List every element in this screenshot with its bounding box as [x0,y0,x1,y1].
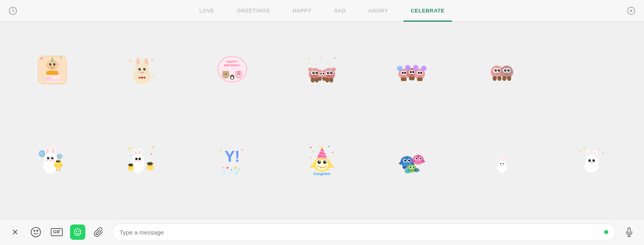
svg-text:✦: ✦ [602,152,604,154]
svg-point-257 [408,160,410,162]
sticker-congrats-shark[interactable]: Congrats! [278,115,366,204]
svg-text:★: ★ [150,152,153,155]
sticker-bunny-sparkle[interactable]: ✦ ✦ ✦ ✦ [548,115,636,204]
svg-point-39 [141,76,143,78]
svg-point-10 [49,63,51,66]
sticker-monsters-pompom[interactable] [368,26,456,114]
svg-point-218 [226,167,228,169]
svg-point-89 [325,78,329,82]
svg-point-174 [59,161,60,162]
message-input[interactable] [120,229,604,236]
svg-point-18 [52,57,53,59]
sticker-bunny-alone[interactable] [98,206,186,219]
svg-point-105 [404,72,406,74]
tab-sad[interactable]: SAD [323,0,357,22]
svg-point-236 [318,161,321,164]
svg-point-27 [135,63,149,77]
svg-point-104 [402,72,404,74]
sticker-pink-monsters-celebrate[interactable]: ✦ ★ ✦ [278,26,366,114]
emoji-button[interactable] [28,224,43,240]
svg-point-15 [57,64,59,67]
svg-point-51 [226,74,227,74]
tab-love[interactable]: LOVE [188,0,225,22]
message-input-container [112,223,616,241]
tab-happy[interactable]: HAPPY [281,0,323,22]
mic-button[interactable] [621,224,637,240]
clock-tab-button[interactable] [4,2,22,20]
svg-point-29 [143,68,146,70]
tab-angry[interactable]: ANGRY [357,0,399,22]
svg-point-301 [590,160,590,161]
svg-point-170 [56,159,61,165]
svg-text:✦: ✦ [320,57,322,59]
svg-point-237 [323,161,326,164]
svg-text:✦: ✦ [151,59,153,62]
tab-greetings[interactable]: GREETINGS [226,0,281,22]
svg-point-13 [54,64,55,64]
svg-point-283 [503,156,505,161]
close-sticker-button[interactable]: ✕ [7,224,23,240]
sticker-confetti-burst[interactable] [8,206,96,219]
svg-point-166 [50,160,51,161]
attach-button[interactable] [91,224,106,240]
svg-point-188 [137,161,139,162]
svg-point-108 [398,67,400,68]
add-category-button[interactable] [622,2,640,20]
svg-point-58 [239,74,239,74]
svg-point-73 [313,72,314,73]
svg-point-127 [420,72,422,74]
svg-point-66 [231,76,233,77]
sticker-yahoo[interactable]: Y! ✦ ★ ✦ ★ [188,115,276,204]
svg-text:★: ★ [128,146,131,150]
svg-point-136 [494,69,497,72]
svg-text:✦: ✦ [583,146,586,150]
svg-rect-226 [328,146,329,148]
svg-point-222 [222,171,226,175]
svg-point-90 [329,78,333,82]
svg-point-147 [505,70,506,70]
svg-point-111 [403,77,407,81]
svg-point-256 [404,160,406,162]
svg-point-77 [311,78,315,82]
sticker-bunny-chick[interactable] [8,115,96,204]
svg-text:HAPPY: HAPPY [227,60,238,64]
svg-point-377 [74,229,81,236]
svg-point-162 [47,157,50,159]
sticker-keep-it-up-bear[interactable]: keep it up! [368,206,456,219]
sticker-bunny-chick-glasses[interactable]: ★ ✦ ★ ✦ [98,115,186,204]
svg-text:✦: ✦ [598,148,600,151]
sticker-pink-monsters-hug[interactable] [458,26,546,114]
sticker-baby-shark-family[interactable] [368,115,456,204]
sticker-bunny-bow[interactable]: ★ ✦ ★ [98,26,186,114]
sticker-bear-raise-hand[interactable] [278,206,366,219]
sticker-empty-1 [548,26,636,114]
svg-point-268 [420,158,421,159]
svg-point-223 [229,172,232,175]
svg-point-116 [412,71,414,73]
sticker-birthday-cake[interactable] [8,26,96,114]
gif-button[interactable]: GIF [49,224,64,240]
sticker-empty-2 [188,206,276,219]
svg-point-146 [507,69,510,72]
svg-point-267 [416,158,417,159]
svg-point-378 [76,231,77,232]
svg-point-97 [322,77,326,81]
svg-point-52 [225,75,226,76]
sticker-grid: ★ ✦ ★ HAPPY BIRTHDAY! [8,26,636,219]
svg-point-31 [144,68,145,69]
svg-point-231 [310,157,311,159]
sticker-small-bunny[interactable] [458,115,546,204]
svg-point-83 [327,72,329,74]
tab-celebrate[interactable]: CELEBRATE [399,0,456,22]
svg-point-278 [414,168,419,172]
svg-point-375 [34,230,35,231]
svg-text:✦: ✦ [308,57,311,61]
sticker-button[interactable] [70,224,85,240]
sticker-small-bear[interactable] [548,206,636,219]
svg-point-300 [592,159,595,162]
svg-text:✦: ✦ [579,150,581,153]
svg-point-61 [238,72,239,72]
svg-point-239 [324,161,326,162]
svg-text:✦: ✦ [152,146,155,149]
sticker-happy-birthday[interactable]: HAPPY BIRTHDAY! [188,26,276,114]
